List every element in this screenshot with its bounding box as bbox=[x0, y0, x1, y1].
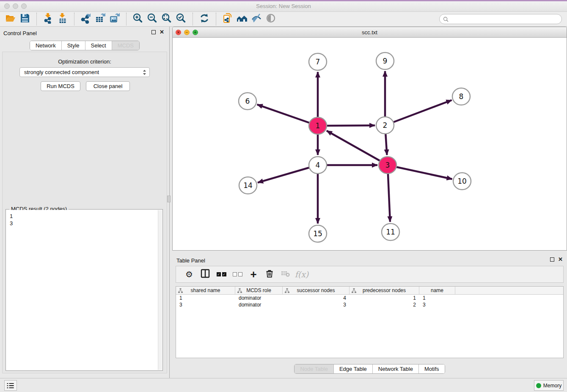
svg-text:1: 1 bbox=[316, 121, 320, 130]
network-view-titlebar[interactable]: × − + scc.txt bbox=[173, 27, 567, 38]
column-header-predecessor-nodes[interactable]: predecessor nodes bbox=[350, 287, 419, 294]
graph-node-7[interactable]: 7 bbox=[309, 53, 327, 70]
save-session-button[interactable] bbox=[18, 13, 32, 25]
export-network-button[interactable] bbox=[79, 13, 93, 25]
graph-edge-3-1[interactable] bbox=[327, 131, 388, 165]
node-table: shared name MCDS role successor nodes pr… bbox=[176, 286, 564, 358]
graph-edge-2-8[interactable] bbox=[385, 100, 452, 125]
zoom-selected-button[interactable] bbox=[174, 13, 188, 25]
graph-node-14[interactable]: 14 bbox=[239, 177, 257, 194]
network-canvas[interactable]: 7968124314101511 bbox=[173, 38, 567, 250]
table-cell[interactable]: 3 bbox=[283, 301, 350, 308]
window-title: Session: New Session bbox=[0, 3, 567, 9]
graph-node-11[interactable]: 11 bbox=[382, 224, 399, 240]
import-network-button[interactable] bbox=[41, 13, 55, 25]
graph-node-8[interactable]: 8 bbox=[452, 88, 470, 105]
column-header-shared-name[interactable]: shared name bbox=[176, 287, 235, 294]
column-header-name[interactable]: name bbox=[419, 287, 455, 294]
tab-motifs[interactable]: Motifs bbox=[419, 364, 445, 373]
graph-node-15[interactable]: 15 bbox=[309, 225, 327, 242]
svg-text:7: 7 bbox=[316, 58, 320, 66]
criterion-select[interactable]: strongly connected component bbox=[19, 67, 150, 77]
select-all-rows-button[interactable]: ✓✓ bbox=[213, 268, 229, 281]
select-columns-button[interactable] bbox=[197, 268, 213, 281]
table-settings-button[interactable]: ⚙ bbox=[181, 268, 197, 281]
delete-column-button[interactable] bbox=[261, 268, 278, 281]
svg-text:3: 3 bbox=[385, 161, 390, 169]
eye-disabled-icon bbox=[265, 13, 276, 25]
memory-button[interactable]: Memory bbox=[534, 380, 564, 391]
export-image-button[interactable] bbox=[107, 13, 122, 25]
show-annotations-button[interactable] bbox=[264, 13, 278, 25]
close-table-panel-icon[interactable]: ✕ bbox=[558, 257, 563, 262]
graph-node-2[interactable]: 2 bbox=[376, 117, 394, 134]
graph-node-10[interactable]: 10 bbox=[453, 173, 471, 190]
tab-edge-table[interactable]: Edge Table bbox=[334, 364, 373, 373]
toolbar-separator bbox=[126, 13, 127, 25]
tab-style[interactable]: Style bbox=[62, 41, 85, 50]
table-row[interactable]: 3dominator323 bbox=[176, 301, 563, 308]
table-cell[interactable]: 1 bbox=[176, 295, 235, 301]
svg-text:8: 8 bbox=[459, 92, 464, 101]
hide-annotations-button[interactable] bbox=[249, 13, 264, 25]
svg-text:9: 9 bbox=[383, 57, 388, 65]
column-header-successor-nodes[interactable]: successor nodes bbox=[283, 287, 350, 294]
table-cell[interactable]: dominator bbox=[235, 295, 283, 301]
search-icon bbox=[443, 17, 449, 22]
hierarchy-icon bbox=[237, 288, 242, 294]
add-column-button[interactable]: + bbox=[245, 268, 261, 281]
table-cell[interactable]: 3 bbox=[176, 301, 235, 308]
search-input[interactable] bbox=[449, 15, 561, 23]
task-history-button[interactable] bbox=[4, 380, 17, 391]
tab-network-table[interactable]: Network Table bbox=[373, 364, 419, 373]
table-cell[interactable]: 2 bbox=[350, 301, 419, 308]
node-table-body: 1dominator4113dominator323 bbox=[176, 295, 563, 308]
table-row[interactable]: 1dominator411 bbox=[176, 295, 563, 301]
zoom-out-button[interactable] bbox=[145, 13, 160, 25]
export-table-button[interactable] bbox=[93, 13, 107, 25]
table-cell[interactable]: 4 bbox=[283, 295, 350, 301]
deselect-all-rows-button[interactable] bbox=[229, 268, 245, 281]
toolbar-separator bbox=[36, 13, 37, 25]
delete-table-button[interactable] bbox=[278, 268, 294, 281]
home-button[interactable] bbox=[235, 13, 249, 25]
graph-node-4[interactable]: 4 bbox=[309, 157, 327, 174]
optimization-criterion-label: Optimization criterion: bbox=[3, 58, 167, 65]
float-table-panel-icon[interactable] bbox=[550, 257, 554, 262]
window-titlebar: Session: New Session bbox=[0, 0, 567, 12]
function-builder-button[interactable]: f(x) bbox=[294, 268, 310, 281]
graph-node-1[interactable]: 1 bbox=[309, 117, 327, 134]
open-session-button[interactable] bbox=[3, 13, 18, 25]
mcds-result-list[interactable]: 1 3 bbox=[6, 210, 158, 370]
toolbar-separator bbox=[193, 13, 193, 25]
table-cell[interactable]: dominator bbox=[235, 301, 283, 308]
close-panel-button[interactable]: Close panel bbox=[86, 81, 130, 91]
zoom-in-button[interactable] bbox=[131, 13, 145, 25]
tab-network[interactable]: Network bbox=[30, 41, 62, 50]
refresh-button[interactable] bbox=[197, 13, 212, 25]
graph-edge-1-6[interactable] bbox=[257, 105, 318, 126]
table-cell[interactable]: 1 bbox=[350, 295, 419, 301]
search-box bbox=[439, 14, 562, 24]
tab-mcds[interactable]: MCDS bbox=[112, 41, 139, 50]
import-table-button[interactable] bbox=[55, 13, 70, 25]
close-panel-icon[interactable]: ✕ bbox=[160, 30, 164, 34]
graph-node-6[interactable]: 6 bbox=[239, 93, 256, 110]
zoom-in-icon bbox=[132, 13, 143, 25]
graph-edge-3-10[interactable] bbox=[388, 165, 452, 179]
panel-splitter-handle[interactable] bbox=[167, 196, 171, 202]
export-table-icon bbox=[95, 13, 106, 25]
float-panel-icon[interactable] bbox=[151, 30, 156, 34]
duplicate-network-button[interactable] bbox=[220, 13, 235, 25]
table-cell[interactable]: 3 bbox=[419, 301, 455, 308]
zoom-fit-button[interactable] bbox=[160, 13, 174, 25]
graph-node-9[interactable]: 9 bbox=[376, 52, 394, 69]
tab-node-table[interactable]: Node Table bbox=[295, 364, 334, 373]
export-image-icon bbox=[109, 13, 120, 25]
graph-node-3[interactable]: 3 bbox=[379, 157, 396, 174]
table-cell[interactable]: 1 bbox=[419, 295, 455, 301]
column-header-mcds-role[interactable]: MCDS role bbox=[235, 287, 283, 294]
result-scrollbar[interactable] bbox=[158, 210, 162, 370]
run-mcds-button[interactable]: Run MCDS bbox=[41, 81, 80, 91]
tab-select[interactable]: Select bbox=[85, 41, 112, 50]
